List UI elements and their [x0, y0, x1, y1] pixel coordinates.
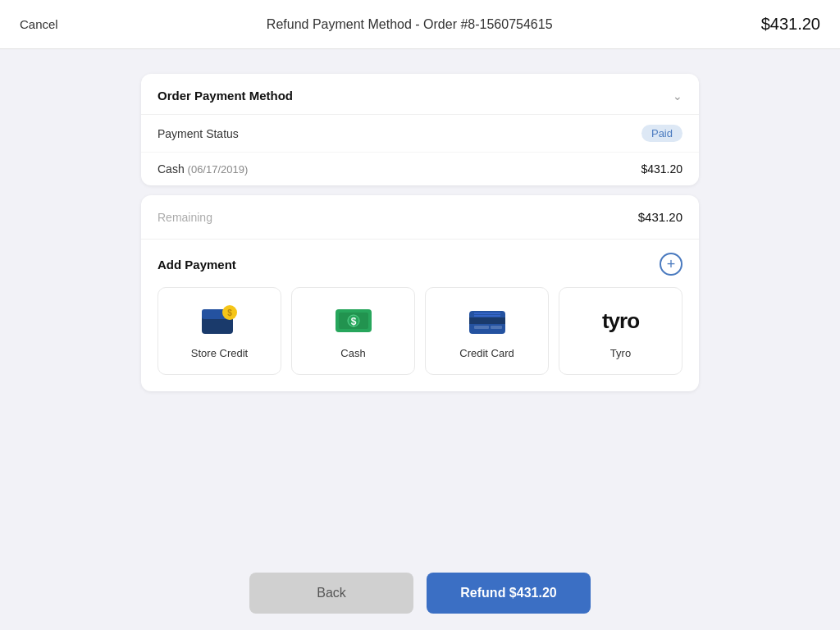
- payment-methods-list: $ Store Credit $ Cash: [141, 287, 699, 391]
- svg-rect-12: [474, 326, 489, 329]
- payment-status-label: Payment Status: [158, 127, 239, 140]
- svg-text:$: $: [350, 316, 356, 327]
- credit-card-icon: [466, 303, 509, 339]
- cancel-button[interactable]: Cancel: [20, 17, 58, 31]
- svg-rect-9: [469, 317, 505, 324]
- order-payment-title: Order Payment Method: [158, 89, 293, 103]
- remaining-label: Remaining: [158, 211, 212, 224]
- tyro-label: Tyro: [610, 347, 631, 359]
- add-payment-title: Add Payment: [158, 258, 236, 272]
- main-content: Order Payment Method ⌄ Payment Status Pa…: [0, 49, 840, 556]
- add-payment-card: Remaining $431.20 Add Payment + $: [141, 195, 699, 391]
- tyro-icon: tyro: [600, 303, 642, 339]
- footer: Back Refund $431.20: [0, 556, 840, 630]
- cash-amount: $431.20: [641, 162, 682, 176]
- store-credit-button[interactable]: $ Store Credit: [158, 287, 281, 375]
- order-amount: $431.20: [761, 15, 820, 34]
- refund-button[interactable]: Refund $431.20: [427, 573, 591, 614]
- store-credit-icon: $: [199, 303, 241, 339]
- svg-rect-13: [491, 326, 502, 329]
- order-payment-card: Order Payment Method ⌄ Payment Status Pa…: [141, 74, 699, 185]
- store-credit-label: Store Credit: [191, 347, 248, 359]
- tyro-button[interactable]: tyro Tyro: [559, 287, 682, 375]
- cash-label: Cash (06/17/2019): [158, 162, 248, 176]
- cash-date: (06/17/2019): [188, 163, 249, 176]
- order-payment-header: Order Payment Method ⌄: [141, 74, 699, 115]
- header: Cancel Refund Payment Method - Order #8-…: [0, 0, 840, 49]
- remaining-row: Remaining $431.20: [141, 195, 699, 240]
- cash-icon: $: [332, 303, 375, 339]
- back-button[interactable]: Back: [249, 573, 413, 614]
- cash-button[interactable]: $ Cash: [291, 287, 415, 375]
- page-title: Refund Payment Method - Order #8-1560754…: [267, 17, 553, 32]
- remaining-amount: $431.20: [638, 210, 682, 224]
- cash-row: Cash (06/17/2019) $431.20: [141, 152, 699, 185]
- svg-text:$: $: [227, 308, 232, 317]
- add-payment-icon[interactable]: +: [660, 253, 682, 276]
- chevron-down-icon: ⌄: [673, 89, 682, 103]
- payment-status-row: Payment Status Paid: [141, 115, 699, 152]
- add-payment-header: Add Payment +: [141, 240, 699, 287]
- credit-card-button[interactable]: Credit Card: [425, 287, 549, 375]
- credit-card-label: Credit Card: [459, 347, 514, 359]
- cash-label: Cash: [340, 347, 365, 359]
- paid-badge: Paid: [641, 125, 682, 142]
